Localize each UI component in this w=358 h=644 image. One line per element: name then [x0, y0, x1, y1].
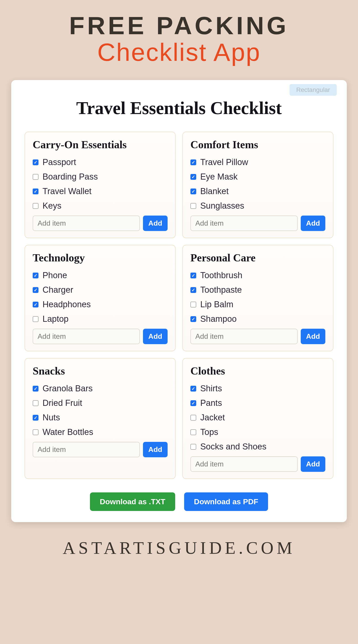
- app-window: Rectangular Travel Essentials Checklist …: [11, 80, 347, 522]
- item-label: Shampoo: [200, 314, 237, 324]
- item-label: Toothbrush: [200, 270, 242, 280]
- list-item: Sunglasses: [190, 201, 325, 211]
- add-item-row: Add: [33, 329, 168, 344]
- item-checkbox[interactable]: [33, 188, 39, 194]
- list-item: Passport: [33, 158, 168, 167]
- item-checkbox[interactable]: [190, 160, 196, 165]
- download-txt-button[interactable]: Download as .TXT: [90, 492, 175, 511]
- download-pdf-button[interactable]: Download as PDF: [184, 492, 268, 511]
- list-item: Nuts: [33, 413, 168, 422]
- item-checkbox[interactable]: [190, 287, 196, 293]
- item-label: Travel Wallet: [43, 186, 92, 196]
- item-label: Water Bottles: [43, 427, 93, 437]
- group-title: Comfort Items: [190, 138, 325, 151]
- item-checkbox[interactable]: [33, 415, 39, 420]
- item-checkbox[interactable]: [190, 400, 196, 406]
- checklist-grid: Carry-On EssentialsPassportBoarding Pass…: [25, 132, 333, 479]
- group-title: Personal Care: [190, 252, 325, 264]
- add-item-button[interactable]: Add: [301, 329, 325, 344]
- add-item-input[interactable]: [33, 216, 140, 231]
- add-item-button[interactable]: Add: [143, 329, 168, 344]
- add-item-row: Add: [190, 329, 325, 344]
- promo-title-line1: FREE PACKING: [69, 11, 289, 40]
- group-title: Clothes: [190, 365, 325, 377]
- list-item: Shirts: [190, 384, 325, 393]
- list-item: Toothpaste: [190, 285, 325, 295]
- item-checkbox[interactable]: [33, 203, 39, 209]
- item-label: Sunglasses: [200, 201, 244, 211]
- checklist-group: ClothesShirtsPantsJacketTopsSocks and Sh…: [182, 358, 333, 479]
- corner-badge: Rectangular: [289, 84, 337, 96]
- add-item-input[interactable]: [33, 329, 140, 344]
- item-checkbox[interactable]: [33, 160, 39, 165]
- add-item-input[interactable]: [190, 329, 298, 344]
- group-title: Carry-On Essentials: [33, 138, 168, 151]
- item-checkbox[interactable]: [190, 415, 196, 420]
- item-checkbox[interactable]: [190, 316, 196, 322]
- list-item: Shampoo: [190, 314, 325, 324]
- item-checkbox[interactable]: [190, 203, 196, 209]
- item-label: Keys: [43, 201, 61, 211]
- item-checkbox[interactable]: [190, 429, 196, 435]
- item-checkbox[interactable]: [33, 316, 39, 322]
- group-title: Snacks: [33, 365, 168, 377]
- item-label: Granola Bars: [43, 384, 93, 393]
- promo-header: FREE PACKING Checklist App: [69, 11, 289, 67]
- download-actions: Download as .TXT Download as PDF: [25, 492, 333, 511]
- add-item-input[interactable]: [190, 216, 298, 231]
- add-item-button[interactable]: Add: [301, 456, 325, 472]
- item-label: Eye Mask: [200, 172, 238, 182]
- add-item-button[interactable]: Add: [143, 442, 168, 457]
- checklist-group: SnacksGranola BarsDried FruitNutsWater B…: [25, 358, 176, 479]
- list-item: Eye Mask: [190, 172, 325, 182]
- item-label: Jacket: [200, 413, 225, 422]
- group-title: Technology: [33, 252, 168, 264]
- item-checkbox[interactable]: [190, 386, 196, 392]
- list-item: Travel Pillow: [190, 158, 325, 167]
- item-checkbox[interactable]: [33, 400, 39, 406]
- list-item: Socks and Shoes: [190, 442, 325, 452]
- item-checkbox[interactable]: [190, 188, 196, 194]
- item-checkbox[interactable]: [190, 444, 196, 450]
- add-item-row: Add: [190, 456, 325, 472]
- checklist-group: TechnologyPhoneChargerHeadphonesLaptopAd…: [25, 245, 176, 351]
- item-checkbox[interactable]: [33, 272, 39, 278]
- list-item: Travel Wallet: [33, 186, 168, 196]
- add-item-input[interactable]: [190, 456, 298, 472]
- promo-title-line2: Checklist App: [69, 38, 289, 67]
- checklist-group: Personal CareToothbrushToothpasteLip Bal…: [182, 245, 333, 351]
- item-checkbox[interactable]: [33, 174, 39, 180]
- list-item: Pants: [190, 398, 325, 408]
- list-item: Blanket: [190, 186, 325, 196]
- add-item-row: Add: [33, 216, 168, 231]
- list-item: Toothbrush: [190, 270, 325, 280]
- item-checkbox[interactable]: [33, 287, 39, 293]
- item-label: Lip Balm: [200, 300, 233, 309]
- item-checkbox[interactable]: [190, 174, 196, 180]
- item-checkbox[interactable]: [33, 386, 39, 392]
- item-label: Socks and Shoes: [200, 442, 266, 452]
- item-label: Boarding Pass: [43, 172, 98, 182]
- add-item-row: Add: [33, 442, 168, 457]
- list-item: Laptop: [33, 314, 168, 324]
- item-label: Shirts: [200, 384, 222, 393]
- add-item-button[interactable]: Add: [143, 216, 168, 231]
- checklist-group: Carry-On EssentialsPassportBoarding Pass…: [25, 132, 176, 238]
- item-checkbox[interactable]: [33, 429, 39, 435]
- item-label: Nuts: [43, 413, 60, 422]
- item-label: Tops: [200, 427, 218, 437]
- item-label: Charger: [43, 285, 73, 295]
- checklist-group: Comfort ItemsTravel PillowEye MaskBlanke…: [182, 132, 333, 238]
- item-checkbox[interactable]: [33, 302, 39, 308]
- list-item: Keys: [33, 201, 168, 211]
- add-item-input[interactable]: [33, 442, 140, 457]
- item-checkbox[interactable]: [190, 272, 196, 278]
- list-item: Lip Balm: [190, 300, 325, 309]
- item-label: Toothpaste: [200, 285, 242, 295]
- item-label: Laptop: [43, 314, 69, 324]
- item-label: Travel Pillow: [200, 158, 248, 167]
- list-item: Granola Bars: [33, 384, 168, 393]
- add-item-button[interactable]: Add: [301, 216, 325, 231]
- item-label: Headphones: [43, 300, 91, 309]
- item-checkbox[interactable]: [190, 302, 196, 308]
